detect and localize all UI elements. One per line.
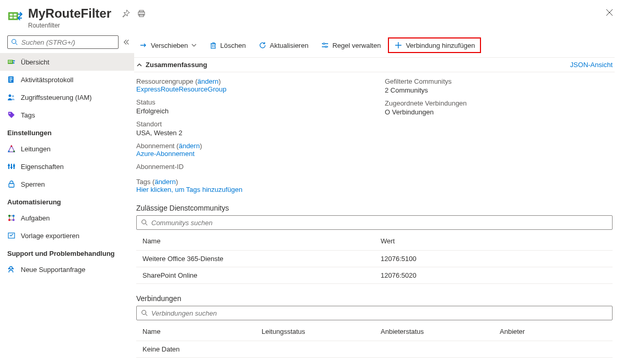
sidebar-item-activity-log[interactable]: Aktivitätsprotokoll <box>0 71 134 88</box>
sidebar-item-label: Neue Supportanfrage <box>21 266 85 274</box>
sidebar-item-export-template[interactable]: Vorlage exportieren <box>0 227 134 244</box>
sidebar-item-tags[interactable]: Tags <box>0 106 134 124</box>
sidebar-item-iam[interactable]: Zugriffssteuerung (IAM) <box>0 88 134 106</box>
connections-label: Zugeordnete Verbindungen <box>385 99 613 107</box>
page-subtitle: Routenfilter <box>28 22 603 29</box>
svg-point-32 <box>8 215 10 217</box>
svg-point-33 <box>12 215 15 217</box>
sidebar-item-label: Aufgaben <box>21 214 50 222</box>
location-label: Standort <box>136 120 364 128</box>
close-button[interactable] <box>603 6 616 19</box>
svg-point-8 <box>12 40 16 44</box>
sidebar-item-label: Eigenschaften <box>21 163 63 171</box>
svg-rect-14 <box>10 62 12 63</box>
svg-point-22 <box>11 146 12 147</box>
status-value: Erfolgreich <box>136 107 364 115</box>
sidebar-item-label: Vorlage exportieren <box>21 232 80 240</box>
communities-table: Name Wert Weitere Office 365-Dienste 120… <box>136 232 613 284</box>
svg-point-42 <box>326 46 327 48</box>
svg-point-21 <box>9 113 10 114</box>
col-provider-status[interactable]: Anbieterstatus <box>374 322 493 341</box>
sidebar-item-overview[interactable]: Übersicht <box>0 53 134 71</box>
chevron-down-icon <box>191 43 197 48</box>
sidebar-search[interactable] <box>7 35 119 49</box>
sidebar-search-input[interactable] <box>21 38 115 46</box>
svg-rect-30 <box>13 165 15 166</box>
sidebar-item-properties[interactable]: Eigenschaften <box>0 158 134 175</box>
json-view-link[interactable]: JSON-Ansicht <box>570 61 613 69</box>
connections-search-input[interactable] <box>151 309 608 317</box>
refresh-icon <box>258 41 267 49</box>
table-row[interactable]: Weitere Office 365-Dienste 12076:5100 <box>136 251 613 267</box>
svg-rect-1 <box>10 14 13 16</box>
col-name[interactable]: Name <box>136 322 255 341</box>
communities-search-input[interactable] <box>151 219 608 227</box>
sidebar-section-support: Support und Problembehandlung <box>0 244 134 261</box>
col-name[interactable]: Name <box>136 232 374 251</box>
sidebar-item-locks[interactable]: Sperren <box>0 175 134 193</box>
change-tags-link[interactable]: ändern <box>154 178 175 186</box>
svg-point-37 <box>10 267 12 269</box>
resourcegroup-label: Ressourcengruppe (ändern) <box>136 77 364 85</box>
communities-label: Gefilterte Communitys <box>385 77 613 85</box>
refresh-button[interactable]: Aktualisieren <box>253 38 314 52</box>
svg-rect-16 <box>9 77 12 79</box>
search-icon <box>141 219 148 226</box>
print-icon[interactable] <box>137 9 146 18</box>
col-circuit-status[interactable]: Leitungsstatus <box>255 322 374 341</box>
location-value: USA, Westen 2 <box>136 129 364 137</box>
connections-search[interactable] <box>136 306 613 320</box>
chevron-up-icon[interactable] <box>136 62 142 68</box>
move-button[interactable]: Verschieben <box>134 38 202 52</box>
svg-rect-4 <box>14 17 17 19</box>
svg-point-20 <box>12 95 14 97</box>
col-value[interactable]: Wert <box>374 232 613 251</box>
svg-rect-26 <box>11 164 12 169</box>
manage-rule-button[interactable]: Regel verwalten <box>316 38 386 52</box>
delete-button[interactable]: Löschen <box>204 38 251 52</box>
svg-rect-11 <box>9 61 10 62</box>
sidebar-item-circuits[interactable]: Leitungen <box>0 140 134 158</box>
sidebar: Übersicht Aktivitätsprotokoll Zugriffsst… <box>0 33 134 364</box>
iam-icon <box>7 93 16 101</box>
essentials: Ressourcengruppe (ändern) ExpressRouteRe… <box>134 76 615 176</box>
svg-rect-28 <box>8 165 10 166</box>
properties-icon <box>7 162 16 171</box>
collapse-sidebar-icon[interactable] <box>123 38 130 46</box>
svg-rect-3 <box>10 17 13 19</box>
overview-icon <box>7 58 16 66</box>
resourcegroup-value[interactable]: ExpressRouteResourceGroup <box>136 85 226 93</box>
change-rg-link[interactable]: ändern <box>198 77 218 85</box>
svg-rect-31 <box>9 184 14 187</box>
command-bar: Verschieben Löschen Aktualisieren Regel … <box>134 33 615 57</box>
pin-icon[interactable] <box>122 9 130 18</box>
subscription-id-label: Abonnement-ID <box>136 163 364 171</box>
svg-rect-17 <box>9 79 12 80</box>
svg-rect-39 <box>12 268 14 269</box>
subscription-value[interactable]: Azure-Abonnement <box>136 150 194 158</box>
add-tags-link[interactable]: Hier klicken, um Tags hinzuzufügen <box>136 186 242 193</box>
svg-rect-2 <box>14 14 17 16</box>
essentials-header: Zusammenfassung JSON-Ansicht <box>134 57 615 72</box>
sidebar-item-label: Übersicht <box>21 58 49 66</box>
plus-icon <box>394 41 402 49</box>
svg-point-34 <box>8 219 10 221</box>
search-icon <box>11 38 18 46</box>
sidebar-item-tasks[interactable]: Aufgaben <box>0 209 134 227</box>
blade-header: MyRouteFilter Routenfilter <box>0 0 624 33</box>
sliders-icon <box>321 41 329 49</box>
connections-heading: Verbindungen <box>134 291 615 306</box>
communities-value: 2 Communitys <box>385 86 613 94</box>
col-provider[interactable]: Anbieter <box>493 322 613 341</box>
header-titles: MyRouteFilter Routenfilter <box>28 6 603 29</box>
search-icon <box>141 309 148 317</box>
svg-point-43 <box>142 220 146 224</box>
sidebar-item-new-support[interactable]: Neue Supportanfrage <box>0 261 134 278</box>
table-row[interactable]: SharePoint Online 12076:5020 <box>136 267 613 284</box>
change-sub-link[interactable]: ändern <box>179 142 200 150</box>
export-template-icon <box>7 231 16 240</box>
svg-rect-13 <box>9 62 10 63</box>
communities-search[interactable] <box>136 215 613 230</box>
add-connection-button[interactable]: Verbindung hinzufügen <box>388 37 481 53</box>
sidebar-item-label: Sperren <box>21 180 45 188</box>
